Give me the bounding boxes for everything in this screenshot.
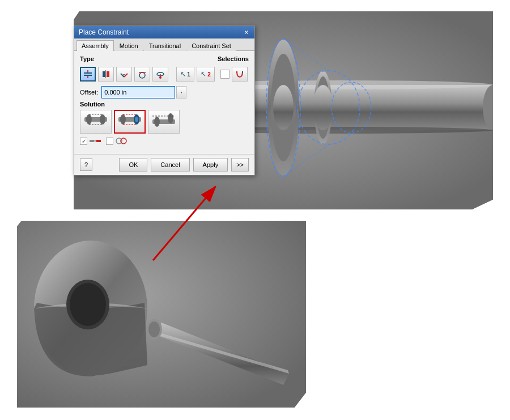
apply-button[interactable]: Apply xyxy=(193,158,228,172)
type-mate-button[interactable] xyxy=(80,67,96,82)
offset-expand-button[interactable]: › xyxy=(176,86,186,98)
svg-point-43 xyxy=(86,114,92,125)
checkbox-2[interactable] xyxy=(106,138,113,145)
svg-rect-31 xyxy=(107,71,109,77)
selections-group: ↖ 1 ↖ 2 xyxy=(176,67,249,82)
svg-point-44 xyxy=(100,114,105,125)
svg-point-48 xyxy=(120,114,126,125)
type-tangent-button[interactable] xyxy=(134,67,150,82)
selections-label: Selections xyxy=(218,55,249,62)
svg-point-54 xyxy=(154,117,160,127)
svg-rect-57 xyxy=(90,140,94,142)
svg-point-50 xyxy=(135,117,138,122)
svg-point-9 xyxy=(273,85,294,130)
offset-input[interactable] xyxy=(101,86,175,98)
svg-rect-26 xyxy=(84,72,92,74)
svg-point-21 xyxy=(70,283,106,326)
solution-label: Solution xyxy=(80,101,249,108)
selection-1-button[interactable]: ↖ 1 xyxy=(176,67,194,82)
selection-2-button[interactable]: ↖ 2 xyxy=(197,67,215,82)
type-angle-button[interactable] xyxy=(116,67,132,82)
svg-point-12 xyxy=(313,85,333,130)
dialog-title: Place Constraint xyxy=(79,28,129,36)
solution-1-button[interactable] xyxy=(80,110,112,134)
offset-label: Offset: xyxy=(80,89,98,96)
svg-rect-58 xyxy=(96,140,101,142)
constraint-icon-2 xyxy=(115,137,128,145)
tab-assembly[interactable]: Assembly xyxy=(76,40,114,51)
svg-point-23 xyxy=(148,322,160,337)
svg-point-55 xyxy=(168,113,173,123)
svg-rect-30 xyxy=(103,71,105,77)
tab-constraint-set[interactable]: Constraint Set xyxy=(186,40,236,51)
dialog-tabs: Assembly Motion Transitional Constraint … xyxy=(74,38,254,51)
cancel-button[interactable]: Cancel xyxy=(151,158,189,172)
svg-point-35 xyxy=(139,72,145,78)
more-button[interactable]: >> xyxy=(231,158,249,172)
checkboxes-row: ✓ xyxy=(80,137,249,145)
dialog-footer: ? OK Cancel Apply >> xyxy=(74,154,254,175)
close-button[interactable]: × xyxy=(243,28,250,36)
magnetic-button[interactable] xyxy=(232,67,248,82)
solution-buttons xyxy=(80,110,249,134)
svg-rect-27 xyxy=(84,75,92,76)
checkbox-item-2 xyxy=(106,137,128,145)
selection-checkbox[interactable] xyxy=(220,70,230,79)
bottom-viewport xyxy=(17,221,306,408)
checkbox-item-1: ✓ xyxy=(80,137,101,145)
tab-motion[interactable]: Motion xyxy=(114,40,143,51)
dialog-body: Type Selections xyxy=(74,51,254,154)
ok-button[interactable]: OK xyxy=(119,158,147,172)
dialog-titlebar: Place Constraint × xyxy=(74,26,254,38)
type-insert-button[interactable] xyxy=(152,67,168,82)
constraint-icon-1 xyxy=(89,137,101,145)
solution-2-button[interactable] xyxy=(114,110,146,134)
type-flush-button[interactable] xyxy=(98,67,114,82)
svg-point-39 xyxy=(159,76,162,79)
tab-transitional[interactable]: Transitional xyxy=(144,40,186,51)
solution-3-button[interactable] xyxy=(148,110,180,134)
checkbox-1[interactable]: ✓ xyxy=(80,138,87,145)
help-button[interactable]: ? xyxy=(80,158,92,171)
place-constraint-dialog: Place Constraint × Assembly Motion Trans… xyxy=(74,25,255,175)
type-label: Type xyxy=(80,55,94,62)
